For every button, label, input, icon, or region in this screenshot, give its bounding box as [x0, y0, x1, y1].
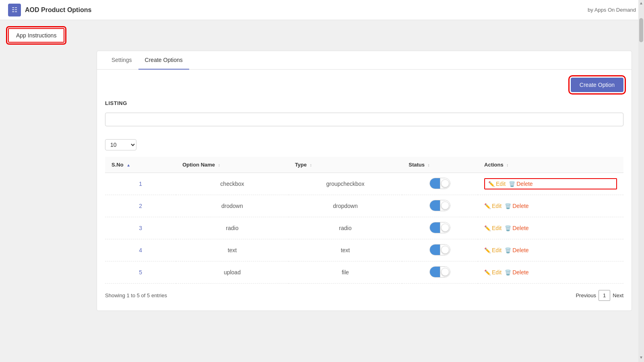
tab-settings[interactable]: Settings [105, 51, 138, 70]
tab-create-options[interactable]: Create Options [138, 51, 189, 70]
table-row: 2drodowndropdown✏️Edit🗑️Delete [105, 195, 623, 217]
table-row: 4texttext✏️Edit🗑️Delete [105, 239, 623, 261]
showing-entries-text: Showing 1 to 5 of 5 entries [105, 292, 167, 298]
trash-icon: 🗑️ [505, 225, 511, 231]
delete-label: Delete [512, 203, 528, 209]
page-1-button[interactable]: 1 [599, 290, 610, 301]
table-row: 5uploadfile✏️Edit🗑️Delete [105, 261, 623, 284]
listing-title: LISTING [105, 100, 623, 106]
col-header-actions: Actions ↕ [478, 157, 623, 173]
cell-sno: 4 [105, 239, 176, 261]
delete-label: Delete [512, 225, 528, 231]
edit-label: Edit [492, 247, 502, 253]
edit-link[interactable]: ✏️Edit [484, 269, 502, 276]
create-option-button[interactable]: Create Option [571, 78, 623, 92]
search-input[interactable] [105, 113, 623, 126]
edit-label: Edit [496, 181, 506, 187]
actions-sort-icon[interactable]: ↕ [506, 163, 508, 167]
trash-icon: 🗑️ [505, 269, 511, 276]
app-instructions-button[interactable]: App Instructions [8, 28, 64, 43]
cell-option-name: radio [176, 217, 288, 239]
logo-icon: ☷ [12, 6, 17, 14]
sno-sort-icon[interactable]: ▲ [126, 163, 130, 167]
per-page-dropdown[interactable]: 10 25 50 100 [105, 139, 136, 150]
status-toggle[interactable] [429, 266, 450, 278]
table-row: 3radioradio✏️Edit🗑️Delete [105, 217, 623, 239]
actions-container: ✏️Edit🗑️Delete [484, 247, 617, 253]
cell-type: file [289, 261, 402, 284]
app-logo: ☷ [8, 4, 21, 16]
tab-content: Create Option LISTING 🔍 10 25 50 100 [97, 70, 632, 311]
option-name-sort-icon[interactable]: ↕ [218, 163, 220, 167]
status-toggle[interactable] [429, 244, 450, 255]
scrollbar: ▲ ▼ [638, 0, 644, 319]
main-content: App Instructions Settings Create Options… [0, 20, 644, 319]
cell-actions: ✏️Edit🗑️Delete [478, 173, 623, 195]
pagination-row: Showing 1 to 5 of 5 entries Previous 1 N… [105, 284, 623, 302]
edit-label: Edit [492, 203, 502, 209]
previous-button[interactable]: Previous [576, 292, 596, 298]
per-page-select: 10 25 50 100 [105, 139, 623, 150]
edit-link[interactable]: ✏️Edit [488, 181, 506, 187]
status-toggle[interactable] [429, 200, 450, 211]
cell-type: dropdown [289, 195, 402, 217]
edit-link[interactable]: ✏️Edit [484, 247, 502, 253]
edit-label: Edit [492, 269, 502, 276]
delete-label: Delete [512, 269, 528, 276]
edit-label: Edit [492, 225, 502, 231]
cell-sno: 3 [105, 217, 176, 239]
create-option-row: Create Option [105, 78, 623, 92]
actions-container: ✏️Edit🗑️Delete [484, 269, 617, 276]
status-toggle[interactable] [429, 222, 450, 233]
cell-actions: ✏️Edit🗑️Delete [478, 239, 623, 261]
cell-option-name: drodown [176, 195, 288, 217]
type-sort-icon[interactable]: ↕ [310, 163, 312, 167]
table-row: 1checkboxgroupcheckbox✏️Edit🗑️Delete [105, 173, 623, 195]
delete-link[interactable]: 🗑️Delete [505, 247, 528, 253]
delete-link[interactable]: 🗑️Delete [505, 203, 528, 209]
pagination-controls: Previous 1 Next [576, 290, 623, 301]
col-header-status: Status ↕ [402, 157, 478, 173]
cell-status [402, 217, 478, 239]
edit-icon: ✏️ [484, 225, 491, 231]
delete-link[interactable]: 🗑️Delete [505, 269, 528, 276]
next-button[interactable]: Next [613, 292, 623, 298]
cell-option-name: upload [176, 261, 288, 284]
actions-container: ✏️Edit🗑️Delete [484, 178, 617, 189]
cell-sno: 2 [105, 195, 176, 217]
cell-actions: ✏️Edit🗑️Delete [478, 217, 623, 239]
top-bar: ☷ AOD Product Options by Apps On Demand [0, 0, 644, 20]
col-header-sno: S.No ▲ [105, 157, 176, 173]
cell-sno: 1 [105, 173, 176, 195]
cell-option-name: text [176, 239, 288, 261]
delete-label: Delete [516, 181, 533, 187]
cell-status [402, 195, 478, 217]
search-wrapper: 🔍 [105, 113, 623, 133]
edit-link[interactable]: ✏️Edit [484, 203, 502, 209]
cell-type: text [289, 239, 402, 261]
edit-icon: ✏️ [484, 269, 491, 276]
cell-type: radio [289, 217, 402, 239]
edit-icon: ✏️ [488, 181, 495, 187]
scrollbar-thumb[interactable] [639, 18, 643, 42]
delete-label: Delete [512, 247, 528, 253]
top-bar-left: ☷ AOD Product Options [8, 4, 91, 16]
cell-type: groupcheckbox [289, 173, 402, 195]
cell-actions: ✏️Edit🗑️Delete [478, 261, 623, 284]
col-header-type: Type ↕ [289, 157, 402, 173]
delete-link[interactable]: 🗑️Delete [505, 225, 528, 231]
cell-sno: 5 [105, 261, 176, 284]
cell-actions: ✏️Edit🗑️Delete [478, 195, 623, 217]
trash-icon: 🗑️ [509, 181, 515, 187]
cell-status [402, 239, 478, 261]
cell-status [402, 261, 478, 284]
status-toggle[interactable] [429, 178, 450, 189]
cell-option-name: checkbox [176, 173, 288, 195]
delete-link[interactable]: 🗑️Delete [509, 181, 533, 187]
scroll-up-arrow[interactable]: ▲ [638, 0, 644, 6]
edit-link[interactable]: ✏️Edit [484, 225, 502, 231]
edit-icon: ✏️ [484, 203, 491, 209]
table-header-row: S.No ▲ Option Name ↕ Type ↕ [105, 157, 623, 173]
status-sort-icon[interactable]: ↕ [428, 163, 430, 167]
trash-icon: 🗑️ [505, 203, 511, 209]
